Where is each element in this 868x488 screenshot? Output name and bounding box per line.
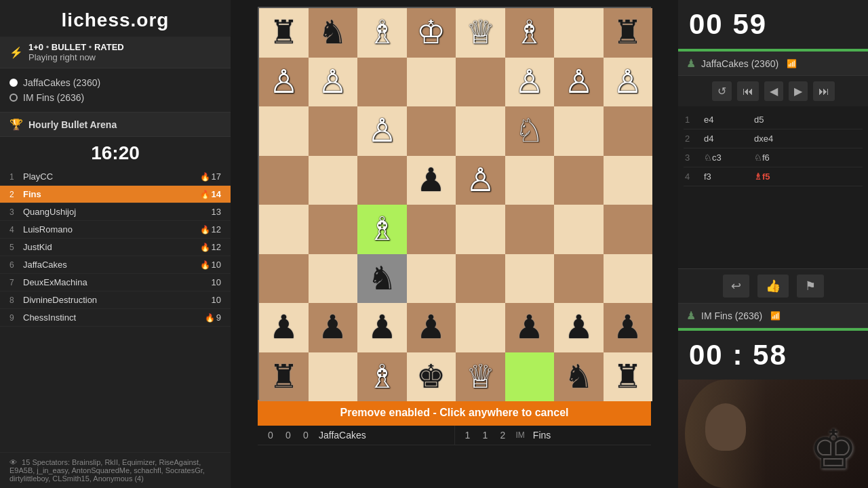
board-square[interactable] [554,205,604,254]
board-square[interactable] [407,205,456,254]
refresh-button[interactable]: ↺ [712,81,732,101]
board-square[interactable]: ♙ [309,58,358,107]
board-square[interactable] [505,205,555,254]
leaderboard-row[interactable]: 6 JaffaCakes 🔥 10 [0,256,231,274]
board-square[interactable] [407,58,456,107]
board-square[interactable] [309,156,358,205]
board-square[interactable] [407,106,456,156]
board-square[interactable]: ♕ [456,8,505,58]
board-square[interactable]: ♗ [357,352,407,402]
board-square[interactable]: ♜ [604,8,653,58]
undo-button[interactable]: ↩ [723,274,749,298]
board-square[interactable] [604,156,653,205]
move-white[interactable]: f3 [701,170,749,183]
board-square[interactable]: ♗ [357,205,407,254]
move-white[interactable]: d4 [701,132,749,145]
board-square[interactable] [554,254,604,304]
next-move-button[interactable]: ▶ [789,81,808,101]
board-square[interactable]: ♟ [505,303,555,352]
board-square[interactable] [309,254,358,304]
board-square[interactable]: ♟ [604,303,653,352]
board-square[interactable]: ♙ [259,58,309,107]
board-square[interactable]: ♙ [456,156,505,205]
move-white[interactable]: ♘c3 [701,151,749,164]
black-player-name[interactable]: IM Fins (2636) [23,92,84,103]
move-black[interactable]: d5 [751,113,799,126]
leaderboard-row[interactable]: 3 QuangUshijoj 13 [0,203,231,221]
board-square[interactable]: ♙ [505,58,555,107]
board-square[interactable] [309,106,358,156]
move-white[interactable]: e4 [701,113,749,126]
board-square[interactable]: ♞ [357,254,407,304]
board-square[interactable]: ♟ [407,156,456,205]
lb-rank: 9 [9,313,23,323]
board-square[interactable] [456,58,505,107]
board-square[interactable] [309,352,358,402]
board-square[interactable]: ♗ [505,8,555,58]
leaderboard-row[interactable]: 5 JustKid 🔥 12 [0,239,231,256]
chessboard[interactable]: ♜♞♗♔♕♗♜♙♙♙♙♙♙♘♟♙♗♞♟♟♟♟♟♟♟♜♗♚♕♞♜ [258,7,651,400]
board-square[interactable]: ♙ [554,58,604,107]
board-square[interactable]: ♟ [357,303,407,352]
board-square[interactable] [407,254,456,304]
board-square[interactable] [259,205,309,254]
thumbup-button[interactable]: 👍 [757,274,789,298]
leaderboard-row[interactable]: 4 LuisRomano 🔥 12 [0,221,231,239]
board-square[interactable] [309,205,358,254]
chess-piece: ♟ [368,311,397,344]
right-black-name[interactable]: IM Fins (2636) [701,310,762,321]
move-black[interactable]: dxe4 [751,132,799,145]
leaderboard-row[interactable]: 8 DivnineDestruction 10 [0,291,231,309]
board-square[interactable] [604,106,653,156]
right-white-name[interactable]: JaffaCakes (2360) [701,58,778,69]
board-square[interactable]: ♚ [407,352,456,402]
board-square[interactable] [554,8,604,58]
board-square[interactable] [604,205,653,254]
board-square[interactable]: ♘ [505,106,555,156]
board-square[interactable] [259,156,309,205]
board-square[interactable]: ♟ [554,303,604,352]
board-square[interactable] [505,156,555,205]
site-logo[interactable]: lichess.org [0,0,231,37]
leaderboard-row[interactable]: 9 ChessInstinct 🔥 9 [0,309,231,327]
board-square[interactable] [505,254,555,304]
board-square[interactable] [456,205,505,254]
board-square[interactable] [456,254,505,304]
premove-bar[interactable]: Premove enabled - Click anywhere to canc… [258,400,651,426]
move-black[interactable]: ♗f5 [751,170,799,183]
last-move-button[interactable]: ⏭ [813,81,835,101]
board-square[interactable]: ♜ [604,352,653,402]
leaderboard-row[interactable]: 2 Fins 🔥 14 [0,186,231,203]
board-square[interactable] [505,352,555,402]
leaderboard-row[interactable]: 7 DeuxExMachina 10 [0,274,231,291]
white-player-name[interactable]: JaffaCakes (2360) [23,77,100,88]
arena-name[interactable]: Hourly Bullet Arena [28,119,117,130]
move-black[interactable]: ♘f6 [751,151,799,164]
board-square[interactable] [554,106,604,156]
board-square[interactable]: ♙ [604,58,653,107]
board-square[interactable] [357,58,407,107]
board-square[interactable] [357,156,407,205]
board-square[interactable]: ♜ [259,8,309,58]
board-square[interactable]: ♟ [259,303,309,352]
board-square[interactable]: ♕ [456,352,505,402]
board-square[interactable] [456,106,505,156]
board-square[interactable] [554,156,604,205]
prev-move-button[interactable]: ◀ [764,81,783,101]
flag-button[interactable]: ⚑ [797,274,824,298]
board-square[interactable] [456,303,505,352]
board-square[interactable]: ♞ [554,352,604,402]
board-square[interactable] [604,254,653,304]
board-square[interactable]: ♙ [357,106,407,156]
first-move-button[interactable]: ⏮ [737,81,759,101]
board-square[interactable]: ♟ [407,303,456,352]
board-square[interactable]: ♟ [309,303,358,352]
board-square[interactable]: ♞ [309,8,358,58]
board-square[interactable]: ♜ [259,352,309,402]
board-square[interactable] [259,254,309,304]
board-square[interactable] [259,106,309,156]
game-info-text: 1+0 • BULLET • RATED Playing right now [28,42,124,62]
leaderboard-row[interactable]: 1 PlayCC 🔥 17 [0,168,231,186]
board-square[interactable]: ♗ [357,8,407,58]
board-square[interactable]: ♔ [407,8,456,58]
